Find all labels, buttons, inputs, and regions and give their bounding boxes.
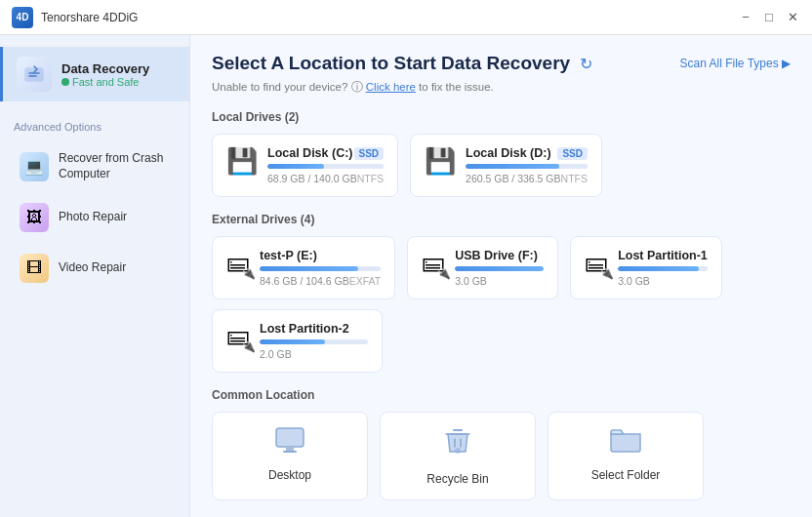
sidebar-item-video[interactable]: 🎞 Video Repair xyxy=(6,245,183,292)
drive-d-info: Local Disk (D:) SSD 260.5 GB / 336.5 GB … xyxy=(466,146,588,184)
page-header: Select A Location to Start Data Recovery… xyxy=(212,53,791,74)
drive-f-icon-ext: 🖴 🔌 xyxy=(422,249,445,276)
lost2-size: 2.0 GB xyxy=(260,348,292,360)
local-drives-label: Local Drives (2) xyxy=(212,110,791,124)
app-logo: 4D xyxy=(12,7,33,28)
drive-f-overlay: 🔌 xyxy=(437,267,451,280)
lost2-icon: 🖴 🔌 xyxy=(226,322,250,349)
lost1-name-row: Lost Partition-1 xyxy=(618,249,708,262)
drive-d-fs: NTFS xyxy=(561,173,588,184)
drive-f-bar xyxy=(455,266,544,271)
sidebar-main-text: Data Recovery Fast and Safe xyxy=(61,61,149,88)
lost1-bar xyxy=(618,266,708,271)
desktop-label: Desktop xyxy=(268,468,311,482)
drive-f-icon-wrap: 🖴 🔌 xyxy=(422,249,445,276)
drive-e-icon-wrap: 🖴 🔌 xyxy=(226,249,250,276)
drive-f-inner: 🖴 🔌 USB Drive (F:) 3.0 GB xyxy=(422,249,544,287)
app-title: Tenorshare 4DDiG xyxy=(41,11,738,24)
sidebar-crash-label: Recover from CrashComputer xyxy=(59,151,163,181)
help-suffix: to fix the issue. xyxy=(419,81,494,93)
data-recovery-icon xyxy=(17,57,52,92)
folder-icon xyxy=(609,426,642,460)
drive-f-info: USB Drive (F:) 3.0 GB xyxy=(455,249,544,287)
drive-c-icon-wrap: 💾 xyxy=(226,146,258,177)
drive-card-e[interactable]: 🖴 🔌 test-P (E:) 84.6 GB / 104.6 GB xyxy=(212,236,395,299)
advanced-options-label: Advanced Options xyxy=(0,117,189,140)
lost1-overlay: 🔌 xyxy=(600,267,614,280)
drive-c-icon: 💾 xyxy=(226,146,258,177)
titlebar: 4D Tenorshare 4DDiG − □ ✕ xyxy=(0,0,812,35)
crash-icon: 💻 xyxy=(20,152,49,181)
drive-e-name-row: test-P (E:) xyxy=(260,249,381,262)
drive-f-fill xyxy=(455,266,544,271)
common-recycle[interactable]: Recycle Bin xyxy=(380,412,536,500)
lost2-grid: 🖴 🔌 Lost Partition-2 2.0 GB xyxy=(212,309,791,373)
sidebar-item-photo[interactable]: 🖼 Photo Repair xyxy=(6,194,183,241)
common-folder[interactable]: Select Folder xyxy=(548,412,704,500)
drive-e-name: test-P (E:) xyxy=(260,249,317,262)
lost2-name: Lost Partition-2 xyxy=(260,322,349,336)
drive-e-icon-ext: 🖴 🔌 xyxy=(226,249,250,276)
lost2-info: Lost Partition-2 2.0 GB xyxy=(260,322,368,360)
scan-all-button[interactable]: Scan All File Types ▶ xyxy=(680,57,792,70)
drive-card-c[interactable]: 💾 Local Disk (C:) SSD 68.9 GB / 140.0 GB xyxy=(212,134,398,197)
drive-e-inner: 🖴 🔌 test-P (E:) 84.6 GB / 104.6 GB xyxy=(226,249,381,287)
common-location-label: Common Location xyxy=(212,388,791,402)
maximize-button[interactable]: □ xyxy=(761,10,777,25)
drive-d-name: Local Disk (D:) xyxy=(466,146,551,160)
photo-icon: 🖼 xyxy=(20,203,49,232)
page-title-row: Select A Location to Start Data Recovery… xyxy=(212,53,592,74)
sidebar-main-title: Data Recovery xyxy=(61,61,149,76)
drive-f-size-row: 3.0 GB xyxy=(455,275,544,287)
help-text: Unable to find your device? xyxy=(212,81,347,93)
lost2-inner: 🖴 🔌 Lost Partition-2 2.0 GB xyxy=(226,322,368,360)
drive-e-fill xyxy=(260,266,358,271)
help-link[interactable]: Click here xyxy=(366,81,416,93)
refresh-icon[interactable]: ↻ xyxy=(580,55,592,73)
sidebar: Data Recovery Fast and Safe Advanced Opt… xyxy=(0,35,190,517)
lost1-icon: 🖴 🔌 xyxy=(585,249,608,276)
drive-e-overlay: 🔌 xyxy=(242,267,256,280)
sidebar-main-subtitle: Fast and Safe xyxy=(61,76,149,88)
drive-card-f[interactable]: 🖴 🔌 USB Drive (F:) 3.0 GB xyxy=(407,236,558,299)
minimize-button[interactable]: − xyxy=(738,10,753,25)
svg-rect-2 xyxy=(286,447,294,451)
drive-c-size-row: 68.9 GB / 140.0 GB NTFS xyxy=(267,173,384,184)
lost1-inner: 🖴 🔌 Lost Partition-1 3.0 GB xyxy=(585,249,708,287)
close-button[interactable]: ✕ xyxy=(785,10,800,25)
lost1-name: Lost Partition-1 xyxy=(618,249,708,262)
drive-e-info: test-P (E:) 84.6 GB / 104.6 GB EXFAT xyxy=(260,249,381,287)
main-content: Select A Location to Start Data Recovery… xyxy=(190,35,812,517)
drive-e-size: 84.6 GB / 104.6 GB xyxy=(260,275,349,287)
drive-e-bar xyxy=(260,266,381,271)
drive-c-badge: SSD xyxy=(354,147,385,160)
sidebar-item-data-recovery[interactable]: Data Recovery Fast and Safe xyxy=(0,47,189,101)
lost2-overlay: 🔌 xyxy=(242,340,256,353)
drive-e-fs: EXFAT xyxy=(349,275,381,287)
lost2-icon-wrap: 🖴 🔌 xyxy=(226,322,250,349)
drive-card-lost1[interactable]: 🖴 🔌 Lost Partition-1 3.0 GB xyxy=(570,236,722,299)
common-locations-grid: Desktop Recycle Bin xyxy=(212,412,791,500)
folder-label: Select Folder xyxy=(591,468,661,482)
help-row: Unable to find your device? ⓘ Click here… xyxy=(212,80,791,95)
common-desktop[interactable]: Desktop xyxy=(212,412,368,500)
external-drives-label: External Drives (4) xyxy=(212,213,791,226)
sidebar-video-label: Video Repair xyxy=(59,260,126,276)
drive-d-icon: 💾 xyxy=(425,146,456,177)
drive-d-fill xyxy=(466,164,559,169)
lost2-name-row: Lost Partition-2 xyxy=(260,322,368,336)
drive-e-size-row: 84.6 GB / 104.6 GB EXFAT xyxy=(260,275,381,287)
svg-rect-0 xyxy=(25,68,43,81)
lost2-bar xyxy=(260,339,368,344)
drive-card-lost2[interactable]: 🖴 🔌 Lost Partition-2 2.0 GB xyxy=(212,309,383,373)
drive-card-d[interactable]: 💾 Local Disk (D:) SSD 260.5 GB / 336.5 G… xyxy=(410,134,602,197)
local-drives-grid: 💾 Local Disk (C:) SSD 68.9 GB / 140.0 GB xyxy=(212,134,791,197)
lost1-info: Lost Partition-1 3.0 GB xyxy=(618,249,708,287)
page-title: Select A Location to Start Data Recovery xyxy=(212,53,570,74)
desktop-icon xyxy=(274,426,305,460)
sidebar-item-crash[interactable]: 💻 Recover from CrashComputer xyxy=(6,142,183,190)
lost1-fill xyxy=(618,266,699,271)
lost2-fill xyxy=(260,339,325,344)
drive-c-bar xyxy=(267,164,384,169)
lost1-size-row: 3.0 GB xyxy=(618,275,708,287)
